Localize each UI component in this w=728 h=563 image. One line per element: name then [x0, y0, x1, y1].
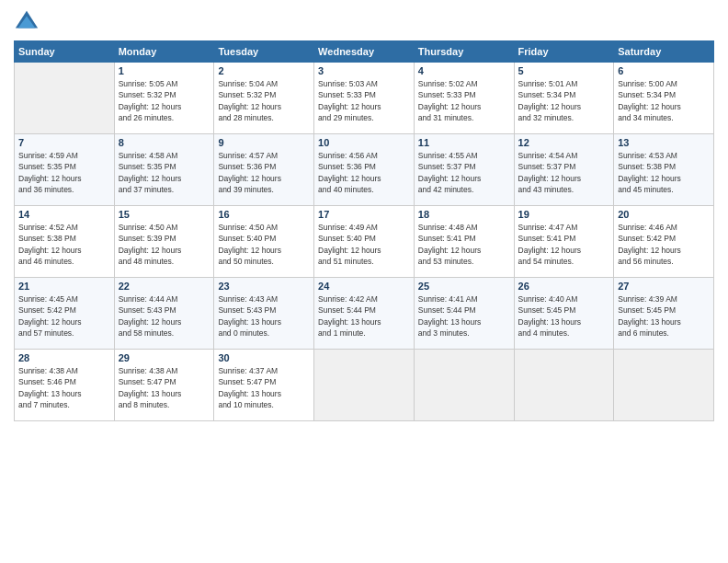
day-info: Sunrise: 4:50 AM Sunset: 5:39 PM Dayligh…	[119, 222, 210, 267]
calendar-cell: 25Sunrise: 4:41 AM Sunset: 5:44 PM Dayli…	[414, 278, 514, 350]
weekday-header-saturday: Saturday	[614, 41, 714, 63]
day-info: Sunrise: 5:03 AM Sunset: 5:33 PM Dayligh…	[318, 78, 410, 123]
day-number: 22	[119, 281, 210, 292]
day-number: 27	[618, 281, 710, 292]
calendar-cell: 27Sunrise: 4:39 AM Sunset: 5:45 PM Dayli…	[614, 278, 714, 350]
logo-icon	[14, 9, 40, 35]
day-number: 16	[218, 209, 310, 220]
day-number: 29	[119, 352, 210, 363]
day-info: Sunrise: 4:54 AM Sunset: 5:37 PM Dayligh…	[518, 150, 610, 195]
page: SundayMondayTuesdayWednesdayThursdayFrid…	[0, 0, 728, 563]
calendar-cell: 7Sunrise: 4:59 AM Sunset: 5:35 PM Daylig…	[15, 134, 115, 206]
day-info: Sunrise: 4:56 AM Sunset: 5:36 PM Dayligh…	[318, 150, 410, 195]
day-info: Sunrise: 4:57 AM Sunset: 5:36 PM Dayligh…	[218, 150, 310, 195]
day-number: 20	[618, 209, 710, 220]
calendar-cell: 10Sunrise: 4:56 AM Sunset: 5:36 PM Dayli…	[314, 134, 415, 206]
calendar-cell: 9Sunrise: 4:57 AM Sunset: 5:36 PM Daylig…	[214, 134, 314, 206]
calendar-cell	[514, 350, 614, 421]
day-info: Sunrise: 4:39 AM Sunset: 5:45 PM Dayligh…	[618, 293, 710, 339]
calendar-cell	[614, 350, 714, 421]
day-info: Sunrise: 4:40 AM Sunset: 5:45 PM Dayligh…	[518, 293, 610, 339]
calendar-cell: 8Sunrise: 4:58 AM Sunset: 5:35 PM Daylig…	[114, 134, 214, 206]
calendar-cell: 12Sunrise: 4:54 AM Sunset: 5:37 PM Dayli…	[514, 134, 614, 206]
calendar-cell: 13Sunrise: 4:53 AM Sunset: 5:38 PM Dayli…	[614, 134, 714, 206]
day-info: Sunrise: 4:46 AM Sunset: 5:42 PM Dayligh…	[618, 222, 710, 267]
weekday-header-wednesday: Wednesday	[314, 41, 415, 63]
day-number: 30	[218, 352, 310, 363]
calendar-cell: 23Sunrise: 4:43 AM Sunset: 5:43 PM Dayli…	[214, 278, 314, 350]
day-number: 17	[318, 209, 410, 220]
calendar-cell: 21Sunrise: 4:45 AM Sunset: 5:42 PM Dayli…	[15, 278, 115, 350]
day-number: 14	[18, 209, 110, 220]
day-info: Sunrise: 4:38 AM Sunset: 5:46 PM Dayligh…	[18, 365, 110, 410]
logo	[14, 9, 43, 35]
day-number: 13	[618, 137, 710, 148]
calendar-cell	[15, 63, 115, 134]
day-number: 15	[119, 209, 210, 220]
day-number: 24	[318, 281, 410, 292]
day-number: 9	[218, 137, 310, 148]
day-info: Sunrise: 5:00 AM Sunset: 5:34 PM Dayligh…	[618, 78, 710, 123]
day-info: Sunrise: 4:43 AM Sunset: 5:43 PM Dayligh…	[218, 293, 310, 339]
day-info: Sunrise: 4:48 AM Sunset: 5:41 PM Dayligh…	[418, 222, 510, 267]
calendar-cell: 19Sunrise: 4:47 AM Sunset: 5:41 PM Dayli…	[514, 206, 614, 278]
weekday-header-sunday: Sunday	[15, 41, 115, 63]
day-info: Sunrise: 4:41 AM Sunset: 5:44 PM Dayligh…	[418, 293, 510, 339]
day-info: Sunrise: 4:44 AM Sunset: 5:43 PM Dayligh…	[119, 293, 210, 339]
calendar-cell	[414, 350, 514, 421]
day-info: Sunrise: 4:52 AM Sunset: 5:38 PM Dayligh…	[18, 222, 110, 267]
day-number: 7	[18, 137, 110, 148]
weekday-header-friday: Friday	[514, 41, 614, 63]
day-number: 12	[518, 137, 610, 148]
day-info: Sunrise: 4:53 AM Sunset: 5:38 PM Dayligh…	[618, 150, 710, 195]
day-number: 5	[518, 65, 610, 76]
day-number: 1	[119, 65, 210, 76]
day-number: 2	[218, 65, 310, 76]
day-info: Sunrise: 5:05 AM Sunset: 5:32 PM Dayligh…	[119, 78, 210, 123]
calendar-cell: 30Sunrise: 4:37 AM Sunset: 5:47 PM Dayli…	[214, 350, 314, 421]
calendar-cell: 20Sunrise: 4:46 AM Sunset: 5:42 PM Dayli…	[614, 206, 714, 278]
day-number: 19	[518, 209, 610, 220]
day-number: 10	[318, 137, 410, 148]
day-number: 18	[418, 209, 510, 220]
weekday-header-monday: Monday	[114, 41, 214, 63]
calendar-cell: 24Sunrise: 4:42 AM Sunset: 5:44 PM Dayli…	[314, 278, 415, 350]
day-info: Sunrise: 5:01 AM Sunset: 5:34 PM Dayligh…	[518, 78, 610, 123]
calendar-cell: 4Sunrise: 5:02 AM Sunset: 5:33 PM Daylig…	[414, 63, 514, 134]
header	[14, 9, 714, 35]
day-info: Sunrise: 4:45 AM Sunset: 5:42 PM Dayligh…	[18, 293, 110, 339]
calendar-cell: 1Sunrise: 5:05 AM Sunset: 5:32 PM Daylig…	[114, 63, 214, 134]
day-info: Sunrise: 4:50 AM Sunset: 5:40 PM Dayligh…	[218, 222, 310, 267]
calendar-cell: 11Sunrise: 4:55 AM Sunset: 5:37 PM Dayli…	[414, 134, 514, 206]
calendar-cell: 18Sunrise: 4:48 AM Sunset: 5:41 PM Dayli…	[414, 206, 514, 278]
day-info: Sunrise: 4:58 AM Sunset: 5:35 PM Dayligh…	[119, 150, 210, 195]
calendar-cell: 16Sunrise: 4:50 AM Sunset: 5:40 PM Dayli…	[214, 206, 314, 278]
day-number: 4	[418, 65, 510, 76]
calendar-cell	[314, 350, 415, 421]
calendar-cell: 26Sunrise: 4:40 AM Sunset: 5:45 PM Dayli…	[514, 278, 614, 350]
day-number: 23	[218, 281, 310, 292]
calendar-cell: 15Sunrise: 4:50 AM Sunset: 5:39 PM Dayli…	[114, 206, 214, 278]
day-number: 26	[518, 281, 610, 292]
weekday-header-thursday: Thursday	[414, 41, 514, 63]
calendar-week-row: 1Sunrise: 5:05 AM Sunset: 5:32 PM Daylig…	[15, 63, 714, 134]
day-info: Sunrise: 4:55 AM Sunset: 5:37 PM Dayligh…	[418, 150, 510, 195]
weekday-header-tuesday: Tuesday	[214, 41, 314, 63]
weekday-header-row: SundayMondayTuesdayWednesdayThursdayFrid…	[15, 41, 714, 63]
calendar-week-row: 21Sunrise: 4:45 AM Sunset: 5:42 PM Dayli…	[15, 278, 714, 350]
day-info: Sunrise: 5:04 AM Sunset: 5:32 PM Dayligh…	[218, 78, 310, 123]
day-number: 11	[418, 137, 510, 148]
day-number: 6	[618, 65, 710, 76]
day-info: Sunrise: 4:49 AM Sunset: 5:40 PM Dayligh…	[318, 222, 410, 267]
calendar-cell: 22Sunrise: 4:44 AM Sunset: 5:43 PM Dayli…	[114, 278, 214, 350]
day-number: 3	[318, 65, 410, 76]
calendar-cell: 2Sunrise: 5:04 AM Sunset: 5:32 PM Daylig…	[214, 63, 314, 134]
calendar-week-row: 7Sunrise: 4:59 AM Sunset: 5:35 PM Daylig…	[15, 134, 714, 206]
calendar-week-row: 14Sunrise: 4:52 AM Sunset: 5:38 PM Dayli…	[15, 206, 714, 278]
calendar-cell: 28Sunrise: 4:38 AM Sunset: 5:46 PM Dayli…	[15, 350, 115, 421]
calendar-cell: 5Sunrise: 5:01 AM Sunset: 5:34 PM Daylig…	[514, 63, 614, 134]
day-info: Sunrise: 4:42 AM Sunset: 5:44 PM Dayligh…	[318, 293, 410, 339]
day-info: Sunrise: 4:38 AM Sunset: 5:47 PM Dayligh…	[119, 365, 210, 410]
day-info: Sunrise: 4:37 AM Sunset: 5:47 PM Dayligh…	[218, 365, 310, 410]
calendar-cell: 17Sunrise: 4:49 AM Sunset: 5:40 PM Dayli…	[314, 206, 415, 278]
